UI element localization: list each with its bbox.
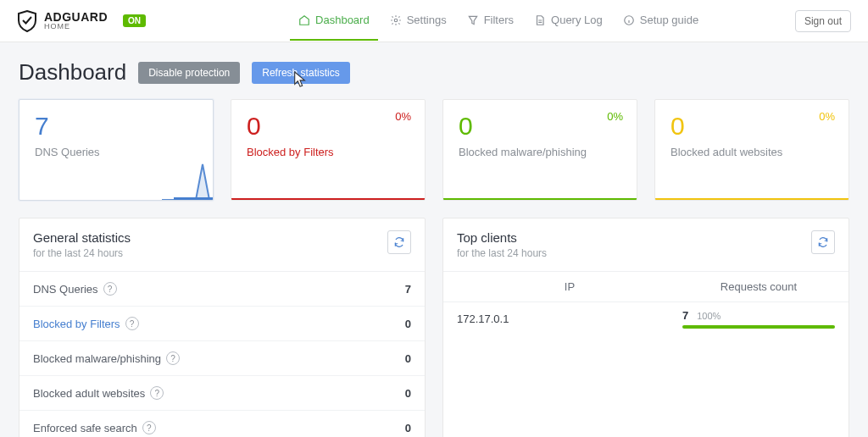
sparkline-icon (162, 158, 213, 200)
request-bar (682, 325, 835, 329)
card-label: Blocked malware/phishing (459, 146, 621, 158)
refresh-button[interactable] (811, 230, 835, 254)
nav-filters[interactable]: Filters (459, 1, 522, 41)
card-value: 7 (35, 112, 198, 141)
page-title: Dashboard (19, 59, 126, 86)
document-icon (534, 14, 546, 26)
nav-label: Dashboard (315, 14, 370, 26)
stat-row: Blocked adult websites?0 (19, 376, 425, 411)
column-ip: IP (457, 280, 682, 293)
panel-general-statistics: General statistics for the last 24 hours… (19, 218, 426, 437)
stat-cards: 7 DNS Queries 0% 0 Blocked by Filters 0%… (19, 99, 849, 201)
main-nav: Dashboard Settings Filters Query Log Set… (290, 1, 707, 41)
column-requests: Requests count (682, 280, 835, 293)
panel-subtitle: for the last 24 hours (457, 247, 547, 259)
card-value: 0 (459, 112, 621, 141)
info-icon (623, 14, 635, 26)
card-blocked-adult[interactable]: 0% 0 Blocked adult websites (654, 99, 849, 201)
shield-icon (17, 10, 37, 32)
nav-settings[interactable]: Settings (381, 1, 455, 41)
card-blocked-filters[interactable]: 0% 0 Blocked by Filters (231, 99, 426, 201)
stat-row-name[interactable]: Blocked by Filters (33, 318, 120, 330)
status-badge: ON (123, 14, 146, 27)
title-row: Dashboard Disable protection Refresh sta… (19, 59, 849, 86)
nav-label: Settings (407, 14, 447, 26)
logo[interactable]: ADGUARD HOME ON (17, 10, 146, 32)
stat-row-name: Enforced safe search (33, 422, 137, 434)
stat-row-name: Blocked adult websites (33, 387, 145, 400)
help-icon[interactable]: ? (142, 421, 156, 434)
card-underline (231, 198, 425, 200)
stat-row-value: 0 (405, 318, 411, 330)
help-icon[interactable]: ? (103, 282, 117, 296)
table-row: 172.17.0.17100% (443, 302, 849, 335)
card-label: Blocked by Filters (247, 146, 409, 158)
card-underline (443, 198, 637, 200)
request-pct: 100% (697, 311, 721, 321)
card-pct: 0% (607, 110, 623, 123)
card-value: 0 (247, 112, 409, 141)
card-underline (19, 197, 213, 200)
home-icon (298, 14, 310, 26)
panel-subtitle: for the last 24 hours (33, 247, 131, 259)
card-label: Blocked adult websites (670, 146, 833, 158)
nav-label: Setup guide (640, 14, 698, 26)
signout-button[interactable]: Sign out (795, 10, 851, 32)
card-blocked-malware[interactable]: 0% 0 Blocked malware/phishing (442, 99, 637, 201)
refresh-statistics-button[interactable]: Refresh statistics (252, 62, 349, 84)
header: ADGUARD HOME ON Dashboard Settings Filte… (0, 0, 868, 42)
logo-text: ADGUARD HOME (44, 11, 108, 30)
refresh-icon (393, 236, 405, 248)
card-pct: 0% (819, 110, 835, 123)
refresh-button[interactable] (387, 230, 411, 254)
stat-row-name: Blocked malware/phishing (33, 352, 161, 365)
stat-rows: DNS Queries?7Blocked by Filters?0Blocked… (19, 272, 425, 437)
card-underline (655, 198, 849, 200)
stat-row-value: 7 (405, 283, 411, 296)
stat-row: Blocked malware/phishing?0 (19, 341, 425, 376)
table-head: IP Requests count (443, 272, 849, 302)
panel-head: Top clients for the last 24 hours (443, 218, 849, 272)
request-count: 7 (682, 309, 688, 322)
stat-row: Blocked by Filters?0 (19, 307, 425, 341)
panel-head: General statistics for the last 24 hours (19, 218, 425, 272)
table-body: 172.17.0.17100% (443, 302, 849, 335)
help-icon[interactable]: ? (150, 386, 164, 400)
help-icon[interactable]: ? (125, 317, 139, 330)
stat-row-name: DNS Queries (33, 283, 98, 296)
refresh-icon (817, 236, 829, 248)
stat-row-value: 0 (405, 422, 411, 434)
client-ip[interactable]: 172.17.0.1 (457, 313, 682, 325)
panel-title: Top clients (457, 230, 547, 245)
stat-row-value: 0 (405, 352, 411, 365)
filter-icon (467, 14, 479, 26)
panels: General statistics for the last 24 hours… (19, 218, 849, 437)
card-pct: 0% (395, 110, 411, 123)
nav-querylog[interactable]: Query Log (526, 1, 611, 41)
card-label: DNS Queries (35, 146, 198, 158)
stat-row: Enforced safe search?0 (19, 411, 425, 437)
disable-protection-button[interactable]: Disable protection (138, 62, 240, 84)
card-dns-queries[interactable]: 7 DNS Queries (19, 99, 214, 201)
help-icon[interactable]: ? (166, 351, 180, 365)
card-value: 0 (670, 112, 833, 141)
svg-point-0 (394, 19, 398, 22)
panel-title: General statistics (33, 230, 131, 245)
nav-setup[interactable]: Setup guide (615, 1, 707, 41)
panel-top-clients: Top clients for the last 24 hours IP Req… (442, 218, 849, 437)
client-requests: 7100% (682, 309, 835, 329)
cursor-icon (292, 70, 308, 91)
nav-label: Query Log (551, 14, 603, 26)
content: Dashboard Disable protection Refresh sta… (0, 42, 868, 437)
stat-row: DNS Queries?7 (19, 272, 425, 307)
nav-label: Filters (484, 14, 514, 26)
gear-icon (390, 14, 402, 26)
stat-row-value: 0 (405, 387, 411, 400)
nav-dashboard[interactable]: Dashboard (290, 1, 378, 41)
